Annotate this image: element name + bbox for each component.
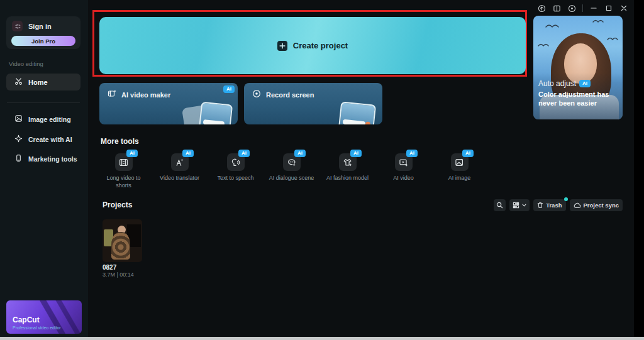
titlebar-divider: [582, 4, 583, 12]
card-thumb: [199, 102, 233, 124]
settings-icon[interactable]: [565, 2, 578, 14]
promo-title: Auto adjust: [538, 79, 576, 88]
ai-video-maker-icon: [108, 89, 116, 101]
join-pro-button[interactable]: Join Pro: [11, 36, 75, 46]
create-project-label: Create project: [293, 41, 348, 50]
project-meta: 3.7M | 00:14: [103, 271, 134, 278]
image-editing-icon: [14, 114, 23, 125]
footer-brand: CapCut: [13, 315, 40, 324]
tool-ai-image[interactable]: AI AI image: [431, 150, 487, 189]
thumb-pill: [203, 119, 225, 124]
more-tools-row: AI Long video to shorts AI Video transla…: [96, 150, 487, 189]
card-thumb: [338, 101, 376, 124]
tool-ai-video[interactable]: AI AI video: [375, 150, 431, 189]
projects-toolbar: Trash Project sync: [494, 199, 623, 211]
image-editing-label: Image editing: [28, 116, 71, 123]
project-thumbnail[interactable]: [103, 219, 142, 262]
record-icon: [252, 89, 261, 101]
tool-ai-fashion-model[interactable]: AI AI fashion model: [319, 150, 375, 189]
thumb-pill: [343, 119, 366, 124]
plus-icon: [277, 41, 287, 51]
tool-label: Long video to shorts: [96, 175, 152, 189]
trash-button[interactable]: Trash: [533, 199, 565, 211]
capcut-promo-banner[interactable]: CapCut Professional video editor: [6, 300, 82, 334]
trash-icon: [537, 202, 543, 209]
ai-badge: AI: [579, 80, 591, 87]
search-button[interactable]: [494, 199, 506, 211]
signin-card: Sign in Join Pro: [6, 16, 80, 49]
signin-button[interactable]: Sign in: [28, 23, 52, 30]
tool-text-to-speech[interactable]: AI Text to speech: [208, 150, 264, 189]
ai-badge: AI: [223, 85, 235, 93]
promo-subtitle: Color adjustment has never been easier: [538, 90, 618, 108]
tool-label: AI dialogue scene: [264, 175, 319, 182]
ai-badge: AI: [462, 150, 474, 157]
tool-label: AI fashion model: [319, 175, 375, 182]
notification-dot: [564, 197, 568, 201]
ai-badge: AI: [406, 150, 418, 157]
auto-adjust-promo-card[interactable]: Auto adjust AI Color adjustment has neve…: [533, 16, 623, 119]
maximize-button[interactable]: [602, 2, 615, 14]
ai-video-maker-card[interactable]: AI video maker AI: [99, 83, 238, 124]
record-screen-card[interactable]: Record screen: [244, 83, 382, 124]
updates-icon[interactable]: [535, 2, 548, 14]
section-label-video-editing: Video editing: [9, 60, 43, 67]
trash-label: Trash: [546, 202, 562, 209]
thumb-record-dot: [365, 121, 370, 124]
tool-label: Video translator: [152, 175, 208, 182]
capcut-window: CapCut: [0, 0, 634, 337]
projects-heading: Projects: [103, 200, 132, 209]
marketing-tools-icon: [14, 153, 23, 165]
tool-video-translator[interactable]: AI Video translator: [152, 150, 208, 189]
sparkle-icon: [14, 134, 23, 145]
ai-badge: AI: [126, 150, 138, 157]
chevron-down-icon: [522, 204, 526, 207]
ai-badge: AI: [238, 150, 250, 157]
ai-video-maker-label: AI video maker: [121, 91, 170, 99]
tool-label: Text to speech: [208, 175, 264, 182]
more-tools-heading: More tools: [101, 137, 139, 146]
footer-tagline: Professional video editor: [13, 326, 61, 330]
record-screen-label: Record screen: [266, 91, 314, 99]
ai-badge: AI: [182, 150, 194, 157]
thumb-art: [111, 232, 130, 260]
sidebar-item-marketing-tools[interactable]: Marketing tools: [6, 151, 80, 167]
tool-ai-dialogue-scene[interactable]: AI AI dialogue scene: [264, 150, 319, 189]
screen-bottom-edge: [0, 337, 644, 340]
grid-view-icon: [513, 202, 519, 209]
view-mode-button[interactable]: [509, 199, 530, 211]
guide-icon[interactable]: [550, 2, 563, 14]
avatar[interactable]: [12, 21, 23, 31]
ai-badge: AI: [294, 150, 306, 157]
create-project-button[interactable]: Create project: [99, 17, 526, 74]
project-title: 0827: [103, 264, 116, 271]
marketing-tools-label: Marketing tools: [28, 155, 77, 163]
home-label: Home: [28, 79, 48, 86]
project-sync-button[interactable]: Project sync: [570, 199, 623, 211]
project-sync-label: Project sync: [584, 202, 619, 209]
tool-label: AI video: [375, 175, 431, 182]
tool-label: AI image: [431, 175, 487, 182]
tool-long-video-to-shorts[interactable]: AI Long video to shorts: [96, 150, 152, 189]
ai-badge: AI: [350, 150, 362, 157]
minimize-button[interactable]: [587, 2, 600, 14]
sidebar-item-image-editing[interactable]: Image editing: [6, 112, 80, 127]
sidebar-item-home[interactable]: Home: [6, 74, 80, 90]
search-icon: [496, 202, 503, 209]
sidebar-divider: [7, 102, 80, 103]
scissors-icon: [14, 77, 23, 88]
sidebar: Sign in Join Pro Video editing Home Imag…: [0, 0, 88, 337]
cloud-sync-icon: [574, 202, 581, 209]
sidebar-item-create-with-ai[interactable]: Create with AI: [6, 132, 80, 147]
create-with-ai-label: Create with AI: [28, 136, 72, 143]
close-button[interactable]: [618, 2, 630, 14]
